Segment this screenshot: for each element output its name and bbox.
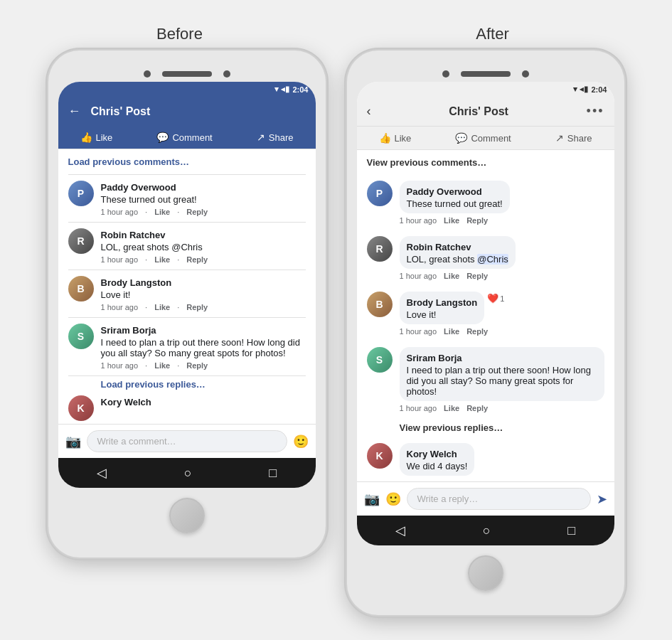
comments-area-before: Load previous comments… P Paddy Overwood… (58, 149, 316, 424)
avatar-sriram-after: S (367, 347, 393, 373)
comment-kory-after: K Kory Welch We did 4 days! (357, 437, 614, 481)
comment-bubble-kory-after: Kory Welch We did 4 days! (400, 443, 475, 476)
like-link-paddy-before[interactable]: Like (154, 208, 170, 216)
comment-actions-sriram-after: 1 hour ago Like Reply (400, 404, 604, 412)
avatar-brody-before: B (68, 276, 94, 302)
load-previous-before[interactable]: Load previous comments… (58, 149, 316, 174)
comment-brody-before: B Brody Langston Love it! 1 hour ago · L… (58, 270, 316, 317)
reply-link-brody-after[interactable]: Reply (466, 327, 488, 336)
avatar-paddy-after: P (367, 181, 393, 206)
nav-back-before[interactable]: ◁ (97, 465, 107, 481)
comment-name-paddy-after: Paddy Overwood (407, 186, 482, 197)
page-wrapper: Before After ▾ ◂▮ 2:04 (0, 11, 672, 629)
comment-body-brody-after: Brody Langston Love it! ❤️ 1 1 hour ago (400, 292, 604, 336)
nav-square-after[interactable]: □ (567, 523, 575, 538)
like-btn-before[interactable]: 👍 Like (80, 132, 113, 143)
speaker-before (162, 71, 212, 77)
reply-link-sriram-after[interactable]: Reply (466, 404, 488, 412)
comment-icon-before: 💬 (156, 132, 169, 143)
comment-bubble-robin-after: Robin Ratchev LOL, great shots @Chris (400, 236, 516, 269)
comment-body-robin-after: Robin Ratchev LOL, great shots @Chris 1 … (400, 236, 604, 280)
comment-actions-brody-after: 1 hour ago Like Reply (400, 327, 604, 336)
header-title-after: Chris' Post (449, 105, 508, 118)
like-link-sriram-before[interactable]: Like (154, 361, 170, 370)
like-link-paddy-after[interactable]: Like (444, 216, 459, 225)
comment-actions-paddy-after: 1 hour ago Like Reply (400, 216, 604, 225)
reply-input-after[interactable]: Write a reply… (407, 488, 591, 510)
phone-top-before (58, 63, 316, 82)
nav-square-before[interactable]: □ (269, 466, 277, 481)
comment-input-before[interactable]: Write a comment… (87, 430, 287, 452)
phone-top-after (357, 63, 614, 82)
avatar-brody-after: B (367, 292, 393, 317)
reply-link-paddy-before[interactable]: Reply (186, 208, 208, 216)
reply-link-sriram-before[interactable]: Reply (186, 361, 208, 370)
reply-link-robin-after[interactable]: Reply (466, 272, 488, 280)
wifi-icon-after: ▾ (573, 85, 577, 94)
comment-name-paddy-before: Paddy Overwood (101, 182, 176, 193)
emoji-icon-before[interactable]: 🙂 (293, 434, 309, 449)
app-header-after: ‹ Chris' Post ••• (357, 97, 614, 127)
home-button-before[interactable] (169, 498, 205, 533)
comment-name-sriram-before: Sriram Borja (101, 325, 156, 336)
like-link-brody-before[interactable]: Like (154, 303, 170, 311)
reply-link-brody-before[interactable]: Reply (186, 303, 208, 311)
time-after: 2:04 (591, 85, 607, 94)
share-btn-before[interactable]: ↗ Share (257, 132, 294, 143)
comment-body-sriram-before: Sriram Borja I need to plan a trip out t… (101, 324, 306, 370)
avatar-kory-before: K (68, 395, 94, 421)
camera-icon-after[interactable]: 📷 (364, 491, 380, 507)
action-bar-before: 👍 Like 💬 Comment ↗ Share (58, 126, 316, 149)
comment-name-kory-after: Kory Welch (407, 449, 457, 459)
comment-btn-after[interactable]: 💬 Comment (455, 132, 511, 144)
comment-actions-paddy-before: 1 hour ago · Like · Reply (101, 208, 306, 216)
comment-bubble-paddy-after: Paddy Overwood These turned out great! (400, 181, 510, 213)
avatar-robin-before: R (68, 228, 94, 254)
comment-text-brody-after: Love it! (407, 309, 478, 320)
emoji-icon-after[interactable]: 🙂 (385, 491, 401, 507)
phone-after: ▾ ◂▮ 2:04 ‹ Chris' Post ••• 👍 Like (347, 50, 624, 615)
share-icon-before: ↗ (257, 132, 265, 143)
back-arrow-after[interactable]: ‹ (367, 104, 371, 119)
nav-home-after[interactable]: ○ (483, 523, 491, 538)
avatar-robin-after: R (367, 236, 393, 262)
comment-kory-partial-before: K Kory Welch (58, 393, 316, 424)
header-title-before: Chris' Post (91, 105, 151, 118)
like-link-robin-before[interactable]: Like (154, 255, 170, 264)
reply-link-robin-before[interactable]: Reply (186, 255, 208, 264)
comment-sriram-after: S Sriram Borja I need to plan a trip out… (357, 341, 614, 418)
more-dots-after[interactable]: ••• (587, 104, 604, 119)
nav-home-before[interactable]: ○ (184, 466, 192, 481)
home-button-after[interactable] (468, 555, 503, 591)
share-btn-after[interactable]: ↗ Share (555, 132, 592, 144)
view-replies-after[interactable]: View previous replies… (357, 418, 614, 437)
comparison-labels: Before After (23, 25, 649, 43)
like-link-brody-after[interactable]: Like (444, 327, 459, 336)
comment-brody-after: B Brody Langston Love it! ❤️ 1 (357, 286, 614, 341)
comment-name-brody-before: Brody Langston (101, 277, 172, 288)
phones-row: ▾ ◂▮ 2:04 ← Chris' Post 👍 Like (48, 50, 624, 615)
share-icon-after: ↗ (555, 132, 564, 144)
back-arrow-before[interactable]: ← (68, 104, 81, 119)
wifi-icon-before: ▾ (274, 85, 279, 94)
reaction-badge-brody: ❤️ 1 (487, 293, 504, 304)
comment-icon-after: 💬 (455, 132, 467, 144)
comments-area-after: View previous comments… P Paddy Overwood… (357, 150, 614, 481)
camera-dot-before (144, 70, 151, 78)
comment-actions-robin-before: 1 hour ago · Like · Reply (101, 255, 306, 264)
like-link-sriram-after[interactable]: Like (444, 404, 459, 412)
camera-right-before (223, 70, 230, 78)
send-icon-after[interactable]: ➤ (597, 491, 607, 507)
like-btn-after[interactable]: 👍 Like (379, 132, 412, 144)
load-replies-before[interactable]: Load previous replies… (58, 376, 316, 393)
nav-back-after[interactable]: ◁ (395, 523, 405, 538)
comment-btn-before[interactable]: 💬 Comment (156, 132, 212, 143)
reply-link-paddy-after[interactable]: Reply (466, 216, 488, 225)
comment-bubble-brody-after: Brody Langston Love it! (400, 292, 485, 324)
comment-actions-brody-before: 1 hour ago · Like · Reply (101, 303, 306, 311)
load-previous-after[interactable]: View previous comments… (357, 150, 614, 175)
comment-name-sriram-after: Sriram Borja (407, 353, 462, 363)
time-before: 2:04 (292, 85, 308, 94)
like-link-robin-after[interactable]: Like (444, 272, 459, 280)
camera-icon-before[interactable]: 📷 (65, 434, 81, 449)
